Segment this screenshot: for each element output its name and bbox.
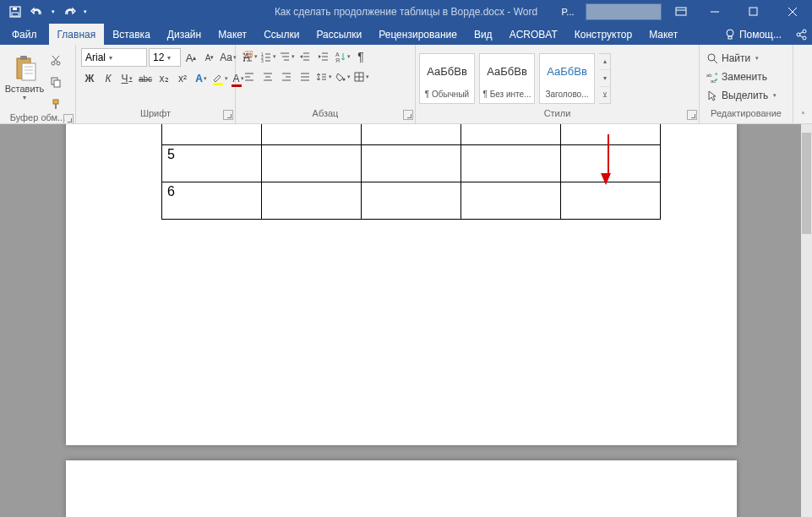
svg-rect-2 — [13, 8, 17, 10]
decrease-indent-button[interactable] — [297, 48, 313, 65]
bold-button[interactable]: Ж — [81, 70, 98, 87]
table-cell[interactable] — [362, 144, 461, 182]
user-account[interactable] — [586, 3, 662, 20]
italic-button[interactable]: К — [100, 70, 117, 87]
style-no-spacing[interactable]: АаБбВв¶ Без инте... — [479, 53, 535, 104]
svg-line-14 — [799, 32, 803, 34]
style-heading1[interactable]: АаБбВвЗаголово... — [539, 53, 595, 104]
table-cell[interactable]: 5 — [162, 144, 262, 182]
group-clipboard: Вставить ▾ Буфер обм... — [0, 45, 76, 123]
tab-file[interactable]: Файл — [0, 24, 49, 45]
svg-line-74 — [714, 60, 717, 63]
quick-access-toolbar: ▾ ▾ — [0, 2, 90, 22]
select-button[interactable]: Выделить — [705, 87, 778, 104]
ribbon: Вставить ▾ Буфер обм... Arial▾ 12▾ A▴ A▾… — [0, 45, 812, 124]
table-row[interactable]: 5 — [162, 144, 661, 182]
numbering-button[interactable]: 123 — [259, 48, 276, 65]
line-spacing-button[interactable] — [315, 68, 332, 85]
tab-acrobat[interactable]: ACROBAT — [501, 24, 566, 45]
format-painter-button[interactable] — [47, 95, 64, 112]
vertical-scrollbar[interactable] — [801, 124, 812, 517]
table-cell[interactable] — [262, 182, 362, 219]
tab-insert[interactable]: Вставка — [104, 24, 159, 45]
clipboard-launcher[interactable] — [63, 114, 74, 123]
tell-me[interactable]: Помощ... — [716, 24, 790, 45]
tab-table-design[interactable]: Конструктор — [566, 24, 640, 45]
close-button[interactable] — [773, 0, 812, 24]
table-cell[interactable] — [461, 182, 561, 219]
clipboard-group-label: Буфер обм... — [10, 112, 66, 122]
strikethrough-button[interactable]: abc — [137, 70, 154, 87]
increase-indent-button[interactable] — [315, 48, 332, 65]
table-cell[interactable] — [461, 144, 561, 182]
redo-button[interactable] — [59, 2, 79, 22]
page-2[interactable]: 7 8 — [66, 460, 737, 517]
group-paragraph: 123 AЯ ¶ Абзац — [236, 45, 416, 123]
tab-home[interactable]: Главная — [49, 24, 105, 45]
justify-button[interactable] — [297, 68, 313, 85]
title-bar: ▾ ▾ Как сделать продолжение таблицы в Во… — [0, 0, 812, 24]
superscript-button[interactable]: x² — [174, 70, 191, 87]
sort-button[interactable]: AЯ — [334, 48, 351, 65]
align-center-button[interactable] — [259, 68, 276, 85]
borders-button[interactable] — [352, 68, 369, 85]
replace-button[interactable]: abacЗаменить — [705, 68, 769, 85]
table-row[interactable] — [162, 124, 661, 144]
align-right-button[interactable] — [278, 68, 295, 85]
font-size-combo[interactable]: 12▾ — [149, 48, 181, 67]
cut-button[interactable] — [47, 52, 64, 68]
tab-references[interactable]: Ссылки — [255, 24, 308, 45]
undo-dropdown[interactable]: ▾ — [49, 2, 57, 22]
styles-launcher[interactable] — [687, 110, 697, 120]
ribbon-tabs: Файл Главная Вставка Дизайн Макет Ссылки… — [0, 24, 812, 45]
tab-layout[interactable]: Макет — [210, 24, 255, 45]
collapse-ribbon-button[interactable]: ˄ — [793, 45, 812, 123]
scrollbar-thumb[interactable] — [802, 133, 811, 234]
table-cell[interactable] — [561, 182, 661, 219]
document-table-part1[interactable]: 5 6 — [161, 124, 661, 220]
shrink-font-button[interactable]: A▾ — [201, 49, 218, 66]
share-button[interactable] — [790, 24, 812, 45]
align-left-button[interactable] — [241, 68, 258, 85]
table-cell[interactable] — [262, 144, 362, 182]
tab-design[interactable]: Дизайн — [159, 24, 210, 45]
svg-rect-1 — [12, 13, 19, 16]
text-effects-button[interactable]: A — [193, 70, 210, 87]
multilevel-list-button[interactable] — [278, 48, 295, 65]
tab-view[interactable]: Вид — [466, 24, 501, 45]
paste-button[interactable]: Вставить ▾ — [5, 52, 44, 109]
bucket-icon — [335, 71, 346, 83]
font-name-combo[interactable]: Arial▾ — [81, 48, 147, 67]
highlight-button[interactable] — [211, 70, 228, 87]
minimize-button[interactable] — [695, 0, 734, 24]
undo-button[interactable] — [27, 2, 47, 22]
table-cell[interactable]: 6 — [162, 182, 262, 219]
paragraph-launcher[interactable] — [403, 110, 413, 120]
copy-button[interactable] — [47, 73, 64, 90]
font-launcher[interactable] — [223, 110, 233, 120]
tab-mailings[interactable]: Рассылки — [308, 24, 370, 45]
acrobat-badge[interactable]: P... — [555, 5, 580, 19]
shading-button[interactable] — [334, 68, 351, 85]
svg-point-9 — [727, 30, 733, 36]
svg-text:A: A — [335, 52, 340, 57]
subscript-button[interactable]: x₂ — [155, 70, 172, 87]
table-cell[interactable] — [362, 182, 461, 219]
paste-dropdown[interactable]: ▾ — [23, 94, 26, 101]
ribbon-display-options[interactable] — [667, 0, 695, 24]
show-marks-button[interactable]: ¶ — [352, 48, 369, 65]
grow-font-button[interactable]: A▴ — [183, 49, 199, 66]
tab-table-layout[interactable]: Макет — [640, 24, 686, 45]
svg-text:3: 3 — [261, 58, 264, 63]
page-1[interactable]: 5 6 — [66, 124, 737, 445]
save-button[interactable] — [5, 2, 25, 22]
change-case-button[interactable]: Aa — [220, 49, 237, 66]
style-normal[interactable]: АаБбВв¶ Обычный — [419, 53, 475, 104]
styles-gallery-more[interactable]: ▴▾⊻ — [599, 53, 611, 104]
tab-review[interactable]: Рецензирование — [370, 24, 466, 45]
maximize-button[interactable] — [734, 0, 773, 24]
underline-button[interactable]: Ч — [118, 70, 135, 87]
table-row[interactable]: 6 — [162, 182, 661, 219]
find-button[interactable]: Найти — [705, 50, 760, 67]
qat-customize[interactable]: ▾ — [81, 2, 90, 22]
